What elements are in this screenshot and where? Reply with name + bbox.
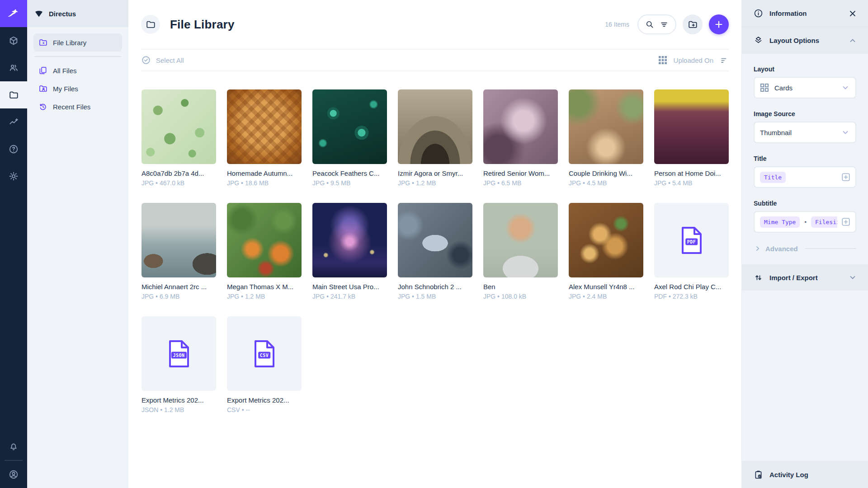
file-card[interactable]: JSONExport Metrics 202...JSON • 1.2 MB xyxy=(142,316,216,413)
file-card[interactable]: Megan Thomas X M...JPG • 1.2 MB xyxy=(227,203,302,300)
search-icon[interactable] xyxy=(645,20,654,29)
chevron-up-icon[interactable] xyxy=(848,36,857,45)
grid-view-icon[interactable] xyxy=(658,56,667,65)
sidebar-panel: Information Layout Options Layout Cards xyxy=(741,0,868,488)
module-files[interactable] xyxy=(0,81,27,108)
file-card[interactable]: Peacock Feathers C...JPG • 9.5 MB xyxy=(312,89,387,187)
directus-logo[interactable] xyxy=(0,0,27,27)
file-card[interactable]: John Schnobrich 2 ...JPG • 1.5 MB xyxy=(398,203,472,300)
file-card[interactable]: Michiel Annaert 2rc ...JPG • 6.9 MB xyxy=(142,203,216,300)
subtitle-chip[interactable]: Filesize xyxy=(811,216,837,228)
title-chip[interactable]: Title xyxy=(760,172,786,183)
sidebar-item-file-library[interactable]: File Library xyxy=(33,33,122,52)
activity-log-button[interactable]: Activity Log xyxy=(742,461,868,488)
file-title: Alex Munsell Yr4n8 ... xyxy=(569,283,643,291)
box-icon xyxy=(9,36,19,46)
notifications-button[interactable] xyxy=(0,433,27,460)
file-card[interactable]: A8c0a7db 2b7a 4d...JPG • 467.0 kB xyxy=(142,89,216,187)
add-file-button[interactable] xyxy=(709,14,729,34)
module-docs[interactable] xyxy=(0,136,27,163)
import-export-header[interactable]: Import / Export xyxy=(742,264,868,291)
file-card[interactable]: CSVExport Metrics 202...CSV • -- xyxy=(227,316,302,413)
chevron-down-icon xyxy=(841,128,850,137)
nav-divider xyxy=(34,56,121,57)
module-insights[interactable] xyxy=(0,108,27,136)
sidebar-item-my-files[interactable]: My Files xyxy=(33,80,122,98)
file-card[interactable]: Izmir Agora or Smyr...JPG • 1.2 MB xyxy=(398,89,472,187)
file-card[interactable]: Person at Home Doi...JPG • 5.4 MB xyxy=(654,89,729,187)
project-name: Directus xyxy=(49,10,76,18)
advanced-toggle[interactable]: Advanced xyxy=(754,244,856,253)
subtitle-chip[interactable]: Mime Type xyxy=(760,216,800,228)
file-meta: JPG • 241.7 kB xyxy=(312,293,387,300)
file-card[interactable]: Retired Senior Wom...JPG • 6.5 MB xyxy=(483,89,558,187)
add-field-icon[interactable] xyxy=(841,217,851,227)
module-users[interactable] xyxy=(0,54,27,81)
file-title: Peacock Feathers C... xyxy=(312,169,387,177)
file-card[interactable]: BenJPG • 108.0 kB xyxy=(483,203,558,300)
project-chooser[interactable]: Directus xyxy=(27,0,128,27)
info-icon xyxy=(754,9,763,18)
file-card[interactable]: Alex Munsell Yr4n8 ...JPG • 2.4 MB xyxy=(569,203,643,300)
sidebar-item-label: All Files xyxy=(53,67,77,75)
file-meta: JPG • 6.9 MB xyxy=(142,293,216,300)
module-bottom xyxy=(0,433,27,488)
layout-select[interactable]: Cards xyxy=(754,77,856,99)
chart-icon xyxy=(9,117,19,127)
folder-badge xyxy=(141,15,160,34)
subtitle-field[interactable]: Mime Type•Filesize xyxy=(754,211,856,233)
search-bar[interactable] xyxy=(637,14,676,34)
add-field-icon[interactable] xyxy=(841,172,851,182)
filter-icon[interactable] xyxy=(660,20,669,29)
file-extension-badge: CSV xyxy=(258,352,271,359)
layers-icon xyxy=(754,36,763,45)
activity-log-icon xyxy=(754,470,763,479)
file-extension-badge: JSON xyxy=(171,352,186,359)
folder-user-icon xyxy=(38,84,47,93)
sidebar-item-label: Recent Files xyxy=(53,103,90,111)
subtitle-chips: Mime Type•Filesize xyxy=(760,216,837,228)
file-meta: JSON • 1.2 MB xyxy=(142,406,216,413)
file-doc-thumbnail: PDF xyxy=(654,203,729,277)
sort-field-label[interactable]: Uploaded On xyxy=(674,56,713,64)
file-card[interactable]: PDFAxel Rod Chi Play C...PDF • 272.3 kB xyxy=(654,203,729,300)
layout-options-title: Layout Options xyxy=(769,37,819,44)
history-icon xyxy=(38,102,47,111)
module-content[interactable] xyxy=(0,27,27,54)
title-field[interactable]: Title xyxy=(754,166,856,188)
close-icon[interactable] xyxy=(848,9,857,18)
sidebar-item-all-files[interactable]: All Files xyxy=(33,61,122,80)
file-meta: JPG • 1.2 MB xyxy=(398,179,472,187)
file-title: Person at Home Doi... xyxy=(654,169,729,177)
file-card[interactable]: Main Street Usa Pro...JPG • 241.7 kB xyxy=(312,203,387,300)
file-card[interactable]: Homemade Autumn...JPG • 18.6 MB xyxy=(227,89,302,187)
panel-header-band: Information Layout Options xyxy=(742,0,868,54)
user-circle-icon xyxy=(9,469,19,479)
file-title: Homemade Autumn... xyxy=(227,169,302,177)
sort-direction-icon[interactable] xyxy=(720,56,729,65)
layout-options-header[interactable]: Layout Options xyxy=(742,27,868,54)
sidebar-item-recent-files[interactable]: Recent Files xyxy=(33,98,122,116)
new-folder-button[interactable] xyxy=(683,14,703,34)
module-settings[interactable] xyxy=(0,163,27,190)
file-photo-thumbnail xyxy=(312,89,387,164)
file-meta: JPG • 9.5 MB xyxy=(312,179,387,187)
file-title: Ben xyxy=(483,283,558,291)
module-bar xyxy=(0,0,27,488)
advanced-divider xyxy=(805,248,856,249)
image-source-select[interactable]: Thumbnail xyxy=(754,122,856,143)
file-card[interactable]: Couple Drinking Wi...JPG • 4.5 MB xyxy=(569,89,643,187)
gear-icon xyxy=(9,171,19,181)
select-all-button[interactable]: Select All xyxy=(141,55,184,65)
items-count: 16 Items xyxy=(605,21,629,28)
chevron-down-icon[interactable] xyxy=(848,273,857,282)
import-export-icon xyxy=(754,273,763,282)
rabbit-icon xyxy=(6,6,21,21)
user-avatar-button[interactable] xyxy=(0,461,27,488)
file-meta: JPG • 2.4 MB xyxy=(569,293,643,300)
file-title: Main Street Usa Pro... xyxy=(312,283,387,291)
file-photo-thumbnail xyxy=(483,89,558,164)
information-header[interactable]: Information xyxy=(742,0,868,27)
panel-spacer xyxy=(742,291,868,461)
chevron-down-icon xyxy=(841,83,850,92)
